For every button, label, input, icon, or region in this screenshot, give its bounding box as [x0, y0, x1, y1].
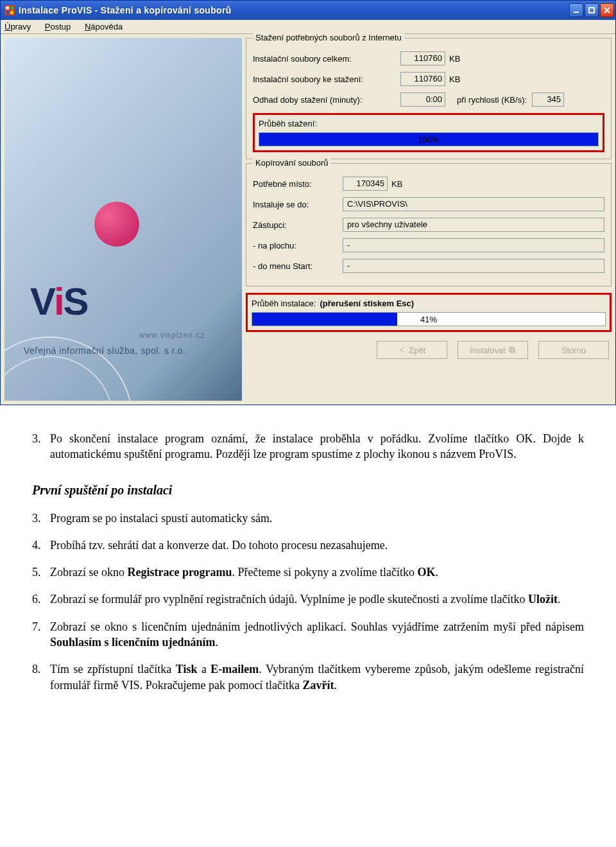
brand-url: www.visplzen.cz — [139, 331, 205, 340]
time-value: 0:00 — [400, 92, 445, 107]
install-progress-label: Průběh instalace: — [252, 299, 316, 308]
brand-logo: ViS — [30, 279, 88, 324]
side-brand-panel: ViS www.visplzen.cz Veřejná informační s… — [4, 38, 242, 401]
menubar: Úpravy Postup Nápověda — [1, 20, 615, 34]
copy-icon — [508, 346, 516, 354]
download-groupbox: Stažení potřebných souborů z Internetu I… — [246, 38, 612, 159]
brand-tagline: Veřejná informační služba, spol. s r.o. — [24, 345, 185, 356]
desktop-label: - na plochu: — [253, 241, 343, 250]
start-label: - do menu Start: — [253, 261, 343, 271]
svg-rect-1 — [6, 6, 9, 10]
doc-sub-3: Zobrazí se okno Registrace programu. Pře… — [32, 564, 584, 580]
install-progress-bar: 41% — [252, 312, 606, 326]
download-progress-label: Průběh stažení: — [259, 119, 599, 128]
svg-rect-6 — [589, 8, 594, 13]
todl-unit: KB — [449, 74, 460, 84]
svg-rect-3 — [6, 11, 9, 14]
total-files-value: 110760 — [400, 51, 445, 65]
speed-label: při rychlosti (KB/s): — [457, 95, 527, 105]
download-progress-bar: 100% — [259, 132, 599, 146]
doc-sub-4: Zobrazí se formulář pro vyplnění registr… — [32, 591, 584, 607]
svg-rect-10 — [511, 349, 515, 353]
doc-sub-5: Zobrazí se okno s licenčním ujednáním je… — [32, 619, 584, 651]
window-title: Instalace ProVIS - Stažení a kopírování … — [19, 5, 569, 15]
close-button[interactable] — [600, 3, 614, 17]
install-button[interactable]: Instalovat — [458, 341, 528, 359]
shortcuts-value: pro všechny uživatele — [343, 218, 604, 232]
installer-window: Instalace ProVIS - Stažení a kopírování … — [0, 0, 616, 405]
copy-legend: Kopírování souborů — [253, 158, 330, 168]
install-progress-frame: Průběh instalace: (přerušení stiskem Esc… — [246, 293, 612, 332]
cancel-button[interactable]: Storno — [538, 341, 609, 359]
space-unit: KB — [391, 179, 402, 189]
document-body: Po skončení instalace program oznámí, že… — [0, 431, 616, 730]
install-progress-pct: 41% — [252, 313, 605, 326]
brand-dot-icon — [94, 202, 139, 247]
desktop-value: - — [343, 238, 604, 252]
total-files-unit: KB — [449, 54, 460, 64]
download-progress-frame: Průběh stažení: 100% — [253, 113, 604, 152]
space-label: Potřebné místo: — [253, 179, 343, 189]
maximize-button[interactable] — [585, 3, 599, 17]
doc-sub-1: Program se po instalaci spustí automatic… — [32, 511, 584, 526]
dest-value: C:\VIS\PROVIS\ — [343, 197, 604, 211]
app-icon — [4, 5, 15, 15]
doc-sub-6: Tím se zpřístupní tlačítka Tisk a E-mail… — [32, 661, 584, 693]
todl-value: 110760 — [400, 72, 445, 86]
speed-value: 345 — [532, 92, 564, 107]
download-progress-pct: 100% — [259, 133, 598, 146]
back-button[interactable]: Zpět — [377, 341, 447, 359]
svg-rect-4 — [10, 11, 13, 14]
dest-label: Instaluje se do: — [253, 200, 343, 209]
minimize-button[interactable] — [569, 3, 583, 17]
doc-heading: První spuštění po instalaci — [32, 482, 584, 499]
todl-label: Instalační soubory ke stažení: — [253, 74, 400, 84]
time-label: Odhad doby stažení (minuty): — [253, 95, 400, 105]
download-legend: Stažení potřebných souborů z Internetu — [253, 33, 404, 42]
titlebar: Instalace ProVIS - Stažení a kopírování … — [1, 1, 615, 20]
arrow-left-icon — [398, 346, 406, 354]
shortcuts-label: Zástupci: — [253, 220, 343, 230]
copy-groupbox: Kopírování souborů Potřebné místo: 17034… — [246, 163, 612, 286]
doc-step-3: Po skončení instalace program oznámí, že… — [32, 431, 584, 462]
space-value: 170345 — [343, 177, 388, 191]
total-files-label: Instalační soubory celkem: — [253, 54, 400, 64]
svg-rect-9 — [509, 347, 513, 351]
start-value: - — [343, 259, 604, 273]
menu-napoveda[interactable]: Nápověda — [85, 22, 123, 31]
menu-upravy[interactable]: Úpravy — [4, 22, 31, 31]
doc-sub-2: Probíhá tzv. sehrátí dat a konverze dat.… — [32, 537, 584, 553]
install-progress-hint: (přerušení stiskem Esc) — [320, 299, 414, 308]
svg-rect-2 — [10, 6, 13, 10]
menu-postup[interactable]: Postup — [45, 22, 71, 31]
